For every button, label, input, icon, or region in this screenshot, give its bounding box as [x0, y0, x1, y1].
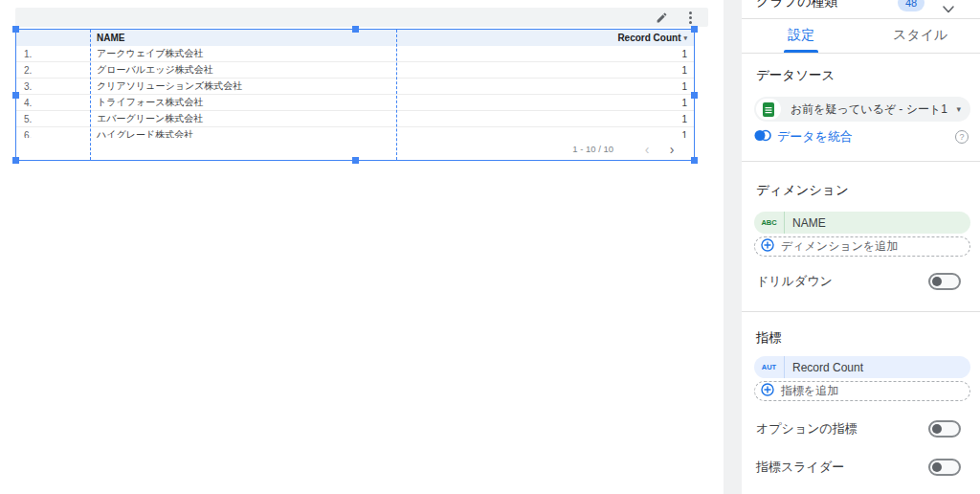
row-number-cell: 4. — [16, 98, 90, 108]
metric-slider-toggle[interactable] — [928, 459, 961, 476]
page-range-label: 1 - 10 / 10 — [572, 144, 613, 154]
metric-header-label: Record Count — [617, 33, 680, 43]
drilldown-label: ドリルダウン — [756, 273, 833, 290]
toggle-knob — [932, 277, 942, 286]
dimension-type-badge: ABC — [754, 212, 785, 234]
column-guide — [396, 30, 397, 160]
tab-style[interactable]: スタイル — [861, 23, 980, 53]
blend-data-icon — [754, 128, 771, 146]
help-icon[interactable]: ? — [955, 130, 969, 144]
name-cell: クリアソリューションズ株式会社 — [90, 79, 394, 93]
chart-toolbar — [15, 8, 708, 27]
value-cell: 1 — [394, 81, 694, 92]
name-cell: アークウェイブ株式会社 — [90, 47, 394, 60]
selection-handle[interactable] — [691, 26, 698, 33]
blend-data-link[interactable]: データを統合 — [777, 128, 955, 146]
value-cell: 1 — [394, 114, 694, 124]
divider — [742, 53, 980, 54]
value-cell: 1 — [394, 49, 694, 59]
name-cell: グローバルエッジ株式会社 — [90, 63, 394, 77]
selection-handle[interactable] — [12, 26, 19, 33]
chart-type-count-badge[interactable]: 48 — [898, 0, 924, 11]
selection-handle[interactable] — [691, 92, 698, 99]
drilldown-toggle[interactable] — [928, 273, 961, 290]
selection-handle[interactable] — [352, 157, 359, 164]
column-guide — [90, 30, 91, 160]
selection-handle[interactable] — [12, 157, 19, 164]
chart-type-label: グラフの種類 — [756, 0, 837, 11]
divider — [742, 161, 980, 162]
value-cell: 1 — [394, 98, 694, 108]
chevron-down-icon[interactable] — [942, 1, 955, 18]
row-number-cell: 3. — [16, 81, 90, 92]
sort-desc-icon: ▾ — [683, 34, 687, 42]
optional-metrics-label: オプションの指標 — [756, 420, 858, 438]
dimension-section-title: ディメンション — [756, 182, 849, 199]
plus-circle-icon — [761, 383, 774, 400]
divider — [742, 311, 980, 312]
name-column-header[interactable]: NAME — [90, 33, 394, 43]
metric-type-badge: AUT — [754, 356, 785, 378]
value-cell: 1 — [394, 65, 694, 76]
dimension-chip[interactable]: ABC NAME — [754, 212, 970, 234]
prev-page-icon[interactable]: ‹ — [635, 143, 659, 156]
name-cell: トライフォース株式会社 — [90, 96, 394, 109]
add-metric-button[interactable]: 指標を追加 — [754, 381, 970, 401]
table-row: 1. アークウェイブ株式会社 1 — [16, 46, 694, 62]
metric-section-title: 指標 — [756, 329, 782, 347]
data-source-selector[interactable]: お前を疑っているぞ - シート1 ▾ — [754, 97, 970, 122]
selection-handle[interactable] — [352, 26, 359, 33]
table-body: 1. アークウェイブ株式会社 1 2. グローバルエッジ株式会社 1 3. クリ… — [16, 46, 694, 139]
report-canvas[interactable]: NAME Record Count ▾ 1. アークウェイブ株式会社 1 2. … — [0, 0, 724, 494]
selection-handle[interactable] — [12, 92, 19, 99]
data-source-section-title: データソース — [756, 67, 835, 84]
row-number-cell: 5. — [16, 114, 90, 124]
optional-metrics-row: オプションの指標 — [756, 419, 961, 438]
metric-chip-label: Record Count — [792, 361, 863, 374]
row-number-cell: 2. — [16, 65, 90, 76]
metric-slider-label: 指標スライダー — [756, 459, 844, 476]
toggle-knob — [932, 424, 942, 434]
add-dimension-label: ディメンションを追加 — [781, 238, 898, 255]
metric-chip[interactable]: AUT Record Count — [754, 356, 970, 378]
table-row: 3. クリアソリューションズ株式会社 1 — [16, 79, 694, 95]
plus-circle-icon — [761, 238, 774, 256]
add-metric-label: 指標を追加 — [781, 383, 838, 399]
tab-setup[interactable]: 設定 — [742, 23, 861, 53]
google-sheets-icon — [756, 99, 781, 120]
panel-gutter — [724, 0, 742, 494]
more-options-icon[interactable] — [683, 11, 697, 24]
table-row: 4. トライフォース株式会社 1 — [16, 95, 694, 111]
tab-setup-label: 設定 — [788, 27, 814, 42]
table-row: 5. エバーグリーン株式会社 1 — [16, 111, 694, 127]
tab-style-label: スタイル — [893, 27, 947, 42]
add-dimension-button[interactable]: ディメンションを追加 — [754, 236, 970, 257]
edit-pencil-icon[interactable] — [655, 11, 668, 24]
name-cell: エバーグリーン株式会社 — [90, 112, 394, 125]
row-number-cell: 1. — [16, 49, 90, 59]
divider — [742, 18, 980, 19]
next-page-icon[interactable]: › — [659, 143, 684, 156]
selection-handle[interactable] — [691, 157, 698, 164]
toggle-knob — [932, 462, 942, 472]
properties-panel: グラフの種類 48 設定 スタイル データソース お前を疑っているぞ - シート… — [742, 0, 980, 494]
data-source-name: お前を疑っているぞ - シート1 — [791, 101, 956, 118]
drilldown-row: ドリルダウン — [756, 272, 961, 291]
metric-column-header[interactable]: Record Count ▾ — [394, 33, 694, 43]
dimension-chip-label: NAME — [792, 216, 826, 230]
table-row: 2. グローバルエッジ株式会社 1 — [16, 62, 694, 79]
optional-metrics-toggle[interactable] — [928, 420, 961, 438]
caret-down-icon: ▾ — [956, 104, 961, 114]
table-chart[interactable]: NAME Record Count ▾ 1. アークウェイブ株式会社 1 2. … — [15, 29, 695, 161]
metric-slider-row: 指標スライダー — [756, 458, 961, 477]
panel-tabs: 設定 スタイル — [742, 23, 980, 53]
blend-data-row: データを統合 ? — [754, 128, 969, 146]
